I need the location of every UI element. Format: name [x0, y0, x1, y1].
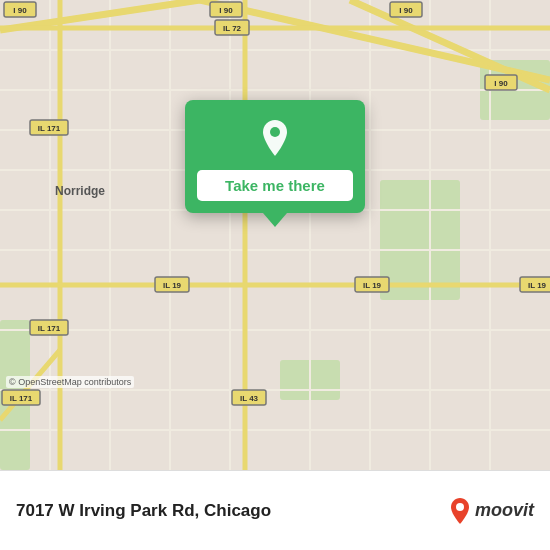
svg-text:IL 72: IL 72	[223, 24, 242, 33]
svg-point-53	[270, 127, 280, 137]
moovit-brand-text: moovit	[475, 500, 534, 521]
svg-text:IL 19: IL 19	[163, 281, 182, 290]
map-svg: I 90 I 90 I 90 I 90 IL 72 IL 43 IL 43 IL…	[0, 0, 550, 470]
svg-text:I 90: I 90	[219, 6, 233, 15]
svg-rect-0	[0, 0, 550, 470]
svg-text:IL 171: IL 171	[10, 394, 33, 403]
take-me-there-button[interactable]: Take me there	[197, 170, 353, 201]
svg-text:IL 19: IL 19	[363, 281, 382, 290]
svg-text:IL 43: IL 43	[240, 394, 259, 403]
moovit-pin-icon	[449, 497, 471, 525]
svg-text:IL 19: IL 19	[528, 281, 547, 290]
svg-text:I 90: I 90	[13, 6, 27, 15]
svg-text:IL 171: IL 171	[38, 324, 61, 333]
popup-card: Take me there	[185, 100, 365, 213]
svg-text:I 90: I 90	[494, 79, 508, 88]
svg-rect-1	[380, 180, 460, 300]
svg-point-54	[456, 503, 464, 511]
svg-text:IL 171: IL 171	[38, 124, 61, 133]
map-container: I 90 I 90 I 90 I 90 IL 72 IL 43 IL 43 IL…	[0, 0, 550, 470]
address-text: 7017 W Irving Park Rd, Chicago	[16, 501, 449, 521]
location-pin-icon	[253, 116, 297, 160]
bottom-bar: 7017 W Irving Park Rd, Chicago moovit	[0, 470, 550, 550]
osm-credit: © OpenStreetMap contributors	[6, 376, 134, 388]
svg-text:Norridge: Norridge	[55, 184, 105, 198]
svg-text:I 90: I 90	[399, 6, 413, 15]
moovit-logo: moovit	[449, 497, 534, 525]
